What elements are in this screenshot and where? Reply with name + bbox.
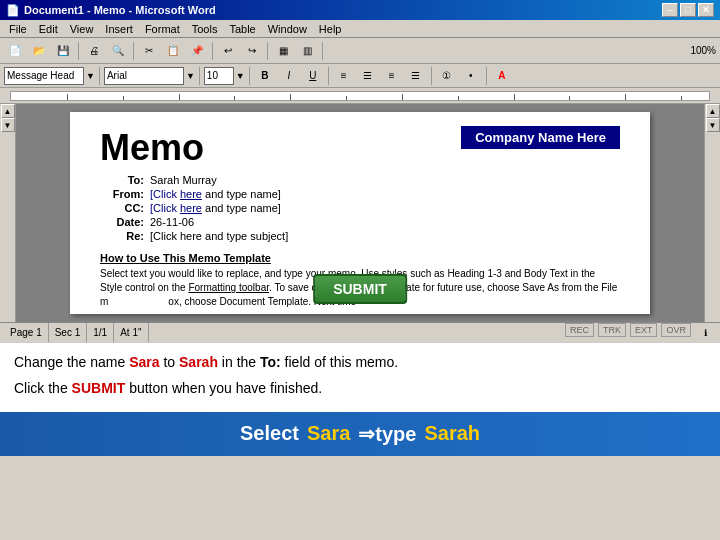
field-cc: CC: [Click here and type name] [100, 202, 620, 214]
menu-format[interactable]: Format [140, 22, 185, 36]
menu-tools[interactable]: Tools [187, 22, 223, 36]
at-status: At 1" [114, 323, 148, 342]
field-date: Date: 26-11-06 [100, 216, 620, 228]
menu-table[interactable]: Table [224, 22, 260, 36]
numbering-button[interactable]: ① [436, 66, 458, 86]
open-button[interactable]: 📂 [28, 41, 50, 61]
memo-fields: To: Sarah Murray From: [Click here and t… [100, 174, 620, 242]
style-dropdown[interactable] [4, 67, 84, 85]
inst-suffix-2: button when you have finished. [125, 380, 322, 396]
align-center-button[interactable]: ☰ [357, 66, 379, 86]
redo-button[interactable]: ↪ [241, 41, 263, 61]
page-number: Page 1 [10, 327, 42, 338]
bullets-button[interactable]: • [460, 66, 482, 86]
page-position: 1/1 [93, 327, 107, 338]
menu-insert[interactable]: Insert [100, 22, 138, 36]
formatting-toolbar: ▼ ▼ ▼ B I U ≡ ☰ ≡ ☰ ① • A [0, 64, 720, 88]
instruction-line-1: Change the name Sara to Sarah in the To:… [14, 351, 706, 373]
status-bar: Page 1 Sec 1 1/1 At 1" REC TRK EXT OVR ℹ [0, 322, 720, 342]
font-color-button[interactable]: A [491, 66, 513, 86]
inst-prefix-2: Click the [14, 380, 72, 396]
scroll-down-button[interactable]: ▼ [1, 118, 15, 132]
company-name-box: Company Name Here [461, 126, 620, 149]
preview-button[interactable]: 🔍 [107, 41, 129, 61]
menu-view[interactable]: View [65, 22, 99, 36]
undo-button[interactable]: ↩ [217, 41, 239, 61]
inst-prefix-1: Change the name [14, 354, 129, 370]
field-to: To: Sarah Murray [100, 174, 620, 186]
font-arrow[interactable]: ▼ [186, 71, 195, 81]
font-dropdown[interactable] [104, 67, 184, 85]
field-value-re: [Click here and type subject] [150, 230, 288, 242]
document-page: Company Name Here Memo To: Sarah Murray … [16, 104, 704, 322]
print-button[interactable]: 🖨 [83, 41, 105, 61]
title-bar: 📄 Document1 - Memo - Microsoft Word ─ □ … [0, 0, 720, 20]
status-buttons: REC TRK EXT OVR ℹ [564, 323, 716, 343]
at-position: At 1" [120, 327, 141, 338]
maximize-button[interactable]: □ [680, 3, 696, 17]
save-button[interactable]: 💾 [52, 41, 74, 61]
field-value-cc: [Click here and type name] [150, 202, 281, 214]
field-label-date: Date: [100, 216, 144, 228]
menu-edit[interactable]: Edit [34, 22, 63, 36]
copy-button[interactable]: 📋 [162, 41, 184, 61]
info-button[interactable]: ℹ [694, 323, 716, 343]
field-label-cc: CC: [100, 202, 144, 214]
inst-suffix-1: in the [218, 354, 260, 370]
field-value-from: [Click here and type name] [150, 188, 281, 200]
menu-help[interactable]: Help [314, 22, 347, 36]
align-right-button[interactable]: ≡ [381, 66, 403, 86]
field-label-to: To: [100, 174, 144, 186]
ruler-inner [10, 91, 710, 101]
menu-bar: File Edit View Insert Format Tools Table… [0, 20, 720, 38]
rec-button[interactable]: REC [565, 323, 594, 337]
left-scroll: ▲ ▼ [0, 104, 16, 322]
ext-button[interactable]: EXT [630, 323, 658, 337]
style-arrow[interactable]: ▼ [86, 71, 95, 81]
app-icon: 📄 [6, 4, 20, 17]
close-button[interactable]: ✕ [698, 3, 714, 17]
instruction-area: Change the name Sara to Sarah in the To:… [0, 342, 720, 412]
new-button[interactable]: 📄 [4, 41, 26, 61]
bottom-sarah: Sarah [424, 422, 480, 445]
highlight-sarah: Sarah [179, 354, 218, 370]
scroll-right-down-button[interactable]: ▼ [706, 118, 720, 132]
table-button[interactable]: ▦ [272, 41, 294, 61]
field-re: Re: [Click here and type subject] [100, 230, 620, 242]
align-justify-button[interactable]: ☰ [405, 66, 427, 86]
underline-button[interactable]: U [302, 66, 324, 86]
field-value-to: Sarah Murray [150, 174, 217, 186]
page-status: Page 1 [4, 323, 49, 342]
bottom-sara: Sara [307, 422, 350, 445]
scroll-up-button[interactable]: ▲ [1, 104, 15, 118]
inst-to: to [160, 354, 179, 370]
field-label-re: Re: [100, 230, 144, 242]
highlight-sara: Sara [129, 354, 159, 370]
bottom-prefix: Select [240, 422, 299, 445]
ovr-button[interactable]: OVR [661, 323, 691, 337]
submit-button[interactable]: SUBMIT [313, 274, 407, 304]
cut-button[interactable]: ✂ [138, 41, 160, 61]
company-name-text: Company Name Here [475, 130, 606, 145]
document-area: ▲ ▼ Company Name Here Memo To: Sarah Mur… [0, 104, 720, 322]
menu-file[interactable]: File [4, 22, 32, 36]
scroll-right-up-button[interactable]: ▲ [706, 104, 720, 118]
menu-window[interactable]: Window [263, 22, 312, 36]
right-scroll: ▲ ▼ [704, 104, 720, 322]
field-from: From: [Click here and type name] [100, 188, 620, 200]
columns-button[interactable]: ▥ [296, 41, 318, 61]
size-arrow[interactable]: ▼ [236, 71, 245, 81]
minimize-button[interactable]: ─ [662, 3, 678, 17]
italic-button[interactable]: I [278, 66, 300, 86]
bottom-bar: Select Sara ⇒type Sarah [0, 412, 720, 456]
trk-button[interactable]: TRK [598, 323, 626, 337]
align-left-button[interactable]: ≡ [333, 66, 355, 86]
bottom-arrow: ⇒type [358, 422, 416, 446]
standard-toolbar: 📄 📂 💾 🖨 🔍 ✂ 📋 📌 ↩ ↪ ▦ ▥ 100% [0, 38, 720, 64]
paste-button[interactable]: 📌 [186, 41, 208, 61]
position-status: 1/1 [87, 323, 114, 342]
size-input[interactable] [204, 67, 234, 85]
section-status: Sec 1 [49, 323, 88, 342]
window-title: Document1 - Memo - Microsoft Word [24, 4, 216, 16]
bold-button[interactable]: B [254, 66, 276, 86]
